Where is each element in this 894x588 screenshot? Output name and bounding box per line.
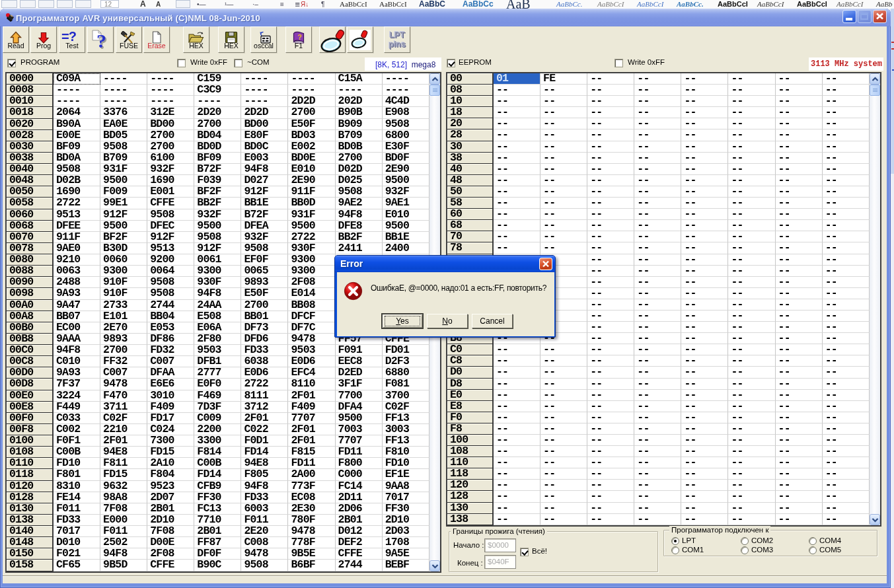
svg-text:?: ? <box>298 33 302 41</box>
svg-text:?: ? <box>96 30 106 51</box>
